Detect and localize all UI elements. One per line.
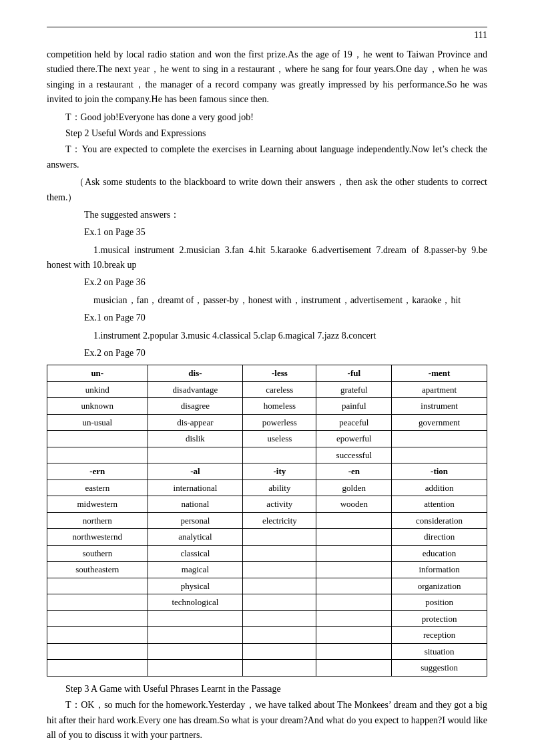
table-cell: -al — [148, 463, 243, 480]
table-row: protection — [47, 610, 487, 627]
ex2-page36-content: musician，fan，dreamt of，passer-by，honest … — [47, 293, 487, 308]
table-cell — [316, 627, 392, 644]
table-cell: addition — [392, 480, 487, 496]
table-header-cell: un- — [47, 365, 148, 382]
table-cell: careless — [243, 381, 316, 398]
table-cell: southern — [47, 545, 148, 562]
table-cell: education — [392, 545, 487, 562]
ask-note: （Ask some students to the blackboard to … — [47, 175, 487, 205]
word-table: un-dis--less-ful-mentunkinddisadvantagec… — [47, 365, 487, 677]
table-cell — [148, 627, 243, 644]
step2-label: Step 2 Useful Words and Expressions — [47, 126, 487, 141]
table-cell: northwesternd — [47, 529, 148, 546]
table-cell: situation — [392, 643, 487, 660]
table-cell — [148, 447, 243, 463]
table-cell: successful — [316, 447, 392, 463]
page-number-top: 111 — [47, 27, 487, 41]
table-cell: information — [392, 562, 487, 578]
step3-label: Step 3 A Game with Useful Phrases Learnt… — [47, 682, 487, 697]
table-row: un-usualdis-appearpowerlesspeacefulgover… — [47, 414, 487, 431]
table-cell: northern — [47, 512, 148, 529]
table-cell: homeless — [243, 398, 316, 415]
table-cell: southeastern — [47, 562, 148, 578]
table-cell — [316, 660, 392, 677]
table-cell: midwestern — [47, 496, 148, 513]
table-cell: peaceful — [316, 414, 392, 431]
table-row: easterninternationalabilitygoldenadditio… — [47, 480, 487, 496]
table-row: southeasternmagicalinformation — [47, 562, 487, 578]
table-cell — [316, 529, 392, 546]
table-cell: organization — [392, 578, 487, 594]
table-cell — [47, 627, 148, 644]
table-cell: protection — [392, 610, 487, 627]
table-cell — [243, 660, 316, 677]
table-cell — [243, 562, 316, 578]
table-cell — [47, 431, 148, 447]
table-cell — [392, 431, 487, 447]
table-cell: activity — [243, 496, 316, 513]
table-cell: international — [148, 480, 243, 496]
table-header-cell: -ful — [316, 365, 392, 382]
table-row: midwesternnationalactivitywoodenattentio… — [47, 496, 487, 513]
table-cell: reception — [392, 627, 487, 644]
table-row: successful — [47, 447, 487, 463]
table-cell — [316, 578, 392, 594]
table-cell — [316, 512, 392, 529]
table-cell — [243, 610, 316, 627]
table-cell: apartment — [392, 381, 487, 398]
table-header-cell: -ment — [392, 365, 487, 382]
table-row: situation — [47, 643, 487, 660]
table-cell: -tion — [392, 463, 487, 480]
table-row: northernpersonalelectricityconsideration — [47, 512, 487, 529]
table-cell: electricity — [243, 512, 316, 529]
table-cell: national — [148, 496, 243, 513]
table-cell: instrument — [392, 398, 487, 415]
table-cell — [243, 447, 316, 463]
table-row: reception — [47, 627, 487, 644]
table-cell: unknown — [47, 398, 148, 415]
t3-text: T：OK，so much for the homework.Yesterday，… — [47, 698, 487, 743]
table-cell — [148, 660, 243, 677]
table-cell — [316, 643, 392, 660]
table-cell — [316, 562, 392, 578]
table-cell: unkind — [47, 381, 148, 398]
table-cell — [47, 610, 148, 627]
table-header-cell: -less — [243, 365, 316, 382]
table-cell: magical — [148, 562, 243, 578]
ex1-page70-content: 1.instrument 2.popular 3.music 4.classic… — [47, 329, 487, 343]
table-cell: disagree — [148, 398, 243, 415]
table-cell: suggestion — [392, 660, 487, 677]
table-cell — [47, 643, 148, 660]
table-cell: personal — [148, 512, 243, 529]
table-cell: eastern — [47, 480, 148, 496]
table-cell: grateful — [316, 381, 392, 398]
table-cell: technological — [148, 594, 243, 611]
table-cell: ability — [243, 480, 316, 496]
table-cell: consideration — [392, 512, 487, 529]
table-cell: dislik — [148, 431, 243, 447]
ex2-page70-label: Ex.2 on Page 70 — [47, 346, 487, 361]
table-cell: direction — [392, 529, 487, 546]
table-header-cell: dis- — [148, 365, 243, 382]
table-cell: dis-appear — [148, 414, 243, 431]
table-row: suggestion — [47, 660, 487, 677]
table-row: physicalorganization — [47, 578, 487, 594]
table-cell — [243, 545, 316, 562]
ex1-page35-label: Ex.1 on Page 35 — [47, 225, 487, 240]
table-cell — [243, 643, 316, 660]
table-cell — [243, 529, 316, 546]
table-cell: painful — [316, 398, 392, 415]
table-cell: disadvantage — [148, 381, 243, 398]
table-row: southernclassicaleducation — [47, 545, 487, 562]
table-cell: attention — [392, 496, 487, 513]
table-cell: un-usual — [47, 414, 148, 431]
table-cell: wooden — [316, 496, 392, 513]
table-cell — [243, 627, 316, 644]
table-cell — [47, 578, 148, 594]
intro-paragraph: competition held by local radio station … — [47, 47, 487, 108]
table-cell: government — [392, 414, 487, 431]
t2-text: T：You are expected to complete the exerc… — [47, 142, 487, 172]
suggested-label: The suggested answers： — [47, 208, 487, 222]
table-cell: epowerful — [316, 431, 392, 447]
table-row: dislikuselessepowerful — [47, 431, 487, 447]
